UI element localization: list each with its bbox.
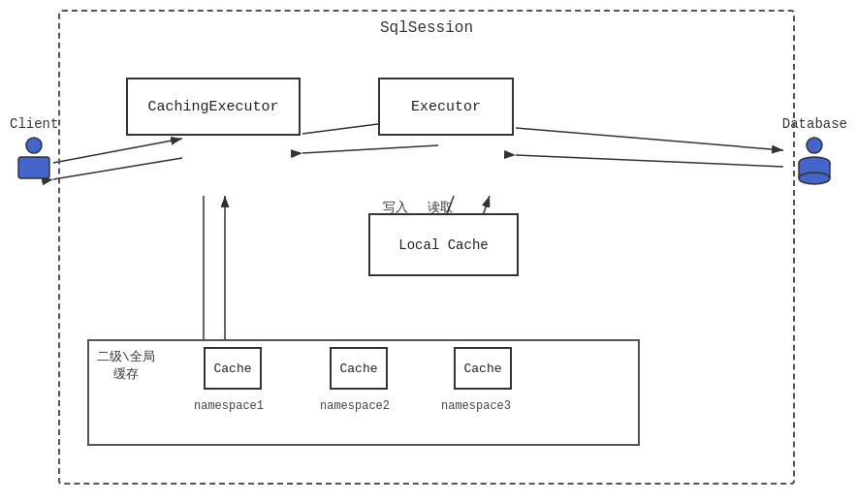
client-figure: Client	[10, 116, 58, 186]
svg-rect-13	[18, 157, 49, 178]
client-icon	[13, 136, 55, 186]
cache3-label: Cache	[463, 362, 501, 376]
namespace2-label: namespace2	[320, 399, 390, 413]
executor-box: Executor	[378, 78, 514, 136]
svg-point-14	[807, 138, 822, 153]
cache1-label: Cache	[213, 362, 251, 376]
cache-box-2: Cache	[330, 347, 388, 390]
sqlsession-label: SqlSession	[380, 19, 473, 37]
executor-label: Executor	[411, 99, 481, 115]
caching-executor-label: CachingExecutor	[147, 99, 278, 115]
secondary-cache-label: 二级\全局缓存	[97, 349, 155, 384]
namespace1-label: namespace1	[194, 399, 264, 413]
caching-executor-box: CachingExecutor	[126, 78, 301, 136]
namespace3-label: namespace3	[441, 399, 511, 413]
cache-box-3: Cache	[454, 347, 512, 390]
svg-point-17	[799, 173, 830, 184]
database-icon	[791, 136, 838, 186]
cache2-label: Cache	[339, 362, 377, 376]
svg-point-12	[26, 138, 42, 153]
cache-box-1: Cache	[204, 347, 262, 390]
local-cache-label: Local Cache	[398, 237, 488, 253]
local-cache-box: Local Cache	[368, 213, 519, 276]
client-label: Client	[10, 116, 58, 132]
